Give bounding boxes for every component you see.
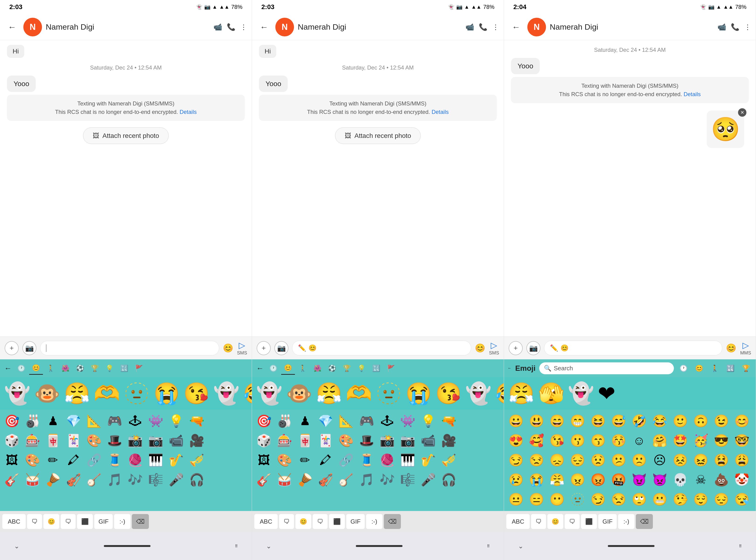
keyboard-back-3[interactable]: ←	[508, 366, 512, 370]
nav-dots-2[interactable]: ⠿	[487, 544, 490, 548]
feat-emoji-3-2[interactable]: 🫶	[344, 381, 374, 406]
ec[interactable]: 😭	[526, 471, 546, 489]
ec[interactable]: 🪕	[84, 471, 104, 489]
people-tab-2[interactable]: 🚶	[296, 362, 310, 375]
smiley-text-btn-1[interactable]: :-)	[114, 514, 131, 529]
ec[interactable]: 😒	[526, 451, 546, 469]
ec[interactable]: 😟	[588, 451, 608, 469]
contact-name-2[interactable]: Namerah Digi	[298, 22, 462, 32]
ec[interactable]: ✏	[295, 451, 315, 469]
emoji-kb-btn-3[interactable]: 😊	[548, 514, 563, 529]
ec[interactable]: 📹	[418, 431, 438, 450]
ec[interactable]: 🖼	[254, 451, 274, 469]
ec[interactable]: 🎵	[357, 471, 377, 489]
feat-emoji-1-2[interactable]: 🐵	[284, 381, 314, 406]
ec[interactable]: 🤥	[670, 490, 690, 509]
people-tab-1[interactable]: 🚶	[44, 362, 58, 375]
ec[interactable]: 🧶	[377, 451, 397, 469]
ec[interactable]: 📷	[145, 431, 166, 450]
nav-dots-1[interactable]: ⠿	[235, 544, 238, 548]
ec[interactable]: 🃏	[316, 431, 336, 450]
text-input-1[interactable]	[40, 341, 219, 355]
ec[interactable]: 😂	[650, 412, 670, 430]
ec[interactable]: 🎧	[187, 471, 207, 489]
phone-icon[interactable]: 📞	[227, 23, 235, 31]
send-btn-3[interactable]: ▷ MMS	[740, 340, 751, 356]
contact-name-1[interactable]: Namerah Digi	[46, 22, 210, 32]
nature-tab-2[interactable]: 🌺	[311, 362, 324, 375]
nav-chevron-3[interactable]: ⌄	[518, 542, 523, 550]
emoji-btn-1[interactable]: 😊	[223, 343, 233, 353]
ec[interactable]: 🧵	[104, 451, 125, 469]
ec[interactable]: 🎯	[254, 412, 274, 430]
ec[interactable]: 🎸	[2, 471, 22, 489]
ec[interactable]: 🕹	[377, 412, 397, 430]
ec[interactable]: 😪	[732, 490, 752, 509]
ec[interactable]: 😢	[506, 471, 526, 489]
ec[interactable]: 😔	[711, 490, 731, 509]
ec[interactable]: 😫	[711, 451, 731, 469]
keyboard-back-1[interactable]: ←	[2, 362, 14, 375]
ec[interactable]: 😘	[547, 431, 567, 450]
recent-tab-2[interactable]: 🕐	[266, 362, 280, 375]
ec[interactable]: 💎	[63, 412, 83, 430]
ec[interactable]: 🎼	[398, 471, 418, 489]
ec[interactable]: 🎸	[254, 471, 274, 489]
ec[interactable]: 😬	[650, 490, 670, 509]
emoji-tab-2[interactable]: 😊	[281, 362, 295, 375]
flags-tab-1[interactable]: 🚩	[132, 362, 146, 375]
ec[interactable]: 🎷	[418, 451, 438, 469]
ec[interactable]: 😏	[588, 490, 608, 509]
ec[interactable]: 🪘	[43, 471, 63, 489]
ec[interactable]: 🥁	[274, 471, 295, 489]
ec[interactable]: 😞	[547, 451, 567, 469]
ec[interactable]: 🤣	[629, 412, 649, 430]
ec[interactable]: 🎳	[274, 412, 295, 430]
ec[interactable]: 😀	[506, 412, 526, 430]
flags-tab-3[interactable]: 🏆	[740, 363, 752, 374]
ec[interactable]: 👾	[398, 412, 418, 430]
ec[interactable]: 🎷	[166, 451, 186, 469]
ec[interactable]: 🖍	[316, 451, 336, 469]
ec[interactable]: 🎲	[254, 431, 274, 450]
nav-chevron-2[interactable]: ⌄	[266, 542, 271, 550]
places-tab-2[interactable]: 🏆	[340, 362, 354, 375]
ec[interactable]: 🙄	[629, 490, 649, 509]
ec[interactable]: 😙	[588, 431, 608, 450]
ec[interactable]: 🤗	[650, 431, 670, 450]
contact-name-3[interactable]: Namerah Digi	[550, 22, 714, 32]
avatar-2[interactable]: N	[275, 18, 294, 36]
ec[interactable]: 🫥	[568, 490, 588, 509]
objects-tab-3[interactable]: 🔣	[724, 363, 736, 374]
ec[interactable]: 📸	[125, 431, 145, 450]
abc-btn-2[interactable]: ABC	[254, 514, 278, 529]
ec[interactable]: 😆	[588, 412, 608, 430]
ec[interactable]: 🎺	[439, 451, 459, 469]
ec[interactable]: 🎼	[145, 471, 166, 489]
ec[interactable]: 😁	[568, 412, 588, 430]
more-icon[interactable]: ⋮	[240, 23, 247, 31]
ec[interactable]: 🎨	[274, 451, 295, 469]
feat-emoji-6-1[interactable]: 😘	[181, 381, 212, 406]
ec[interactable]: 🎨	[336, 431, 356, 450]
emoji-kb-btn-1[interactable]: 😊	[43, 514, 59, 529]
feat-emoji-8-2[interactable]: 😂	[493, 381, 504, 406]
abc-btn-3[interactable]: ABC	[506, 514, 530, 529]
nature-tab-1[interactable]: 🌺	[59, 362, 72, 375]
ec[interactable]: 🀄	[295, 431, 315, 450]
ec[interactable]: 🎩	[357, 431, 377, 450]
ec[interactable]: 🎥	[187, 431, 207, 450]
ec[interactable]: 🧶	[125, 451, 145, 469]
ec[interactable]: 💩	[711, 471, 731, 489]
send-btn-2[interactable]: ▷ SMS	[489, 340, 499, 356]
emoji-btn-2[interactable]: 😊	[475, 343, 485, 353]
ec[interactable]: 😊	[732, 412, 752, 430]
ec[interactable]: 🎲	[2, 431, 22, 450]
ec[interactable]: ☠	[691, 471, 711, 489]
ec[interactable]: 🎩	[104, 431, 125, 450]
ec[interactable]: 🕹	[125, 412, 145, 430]
details-link-1[interactable]: Details	[180, 109, 197, 115]
feat-emoji-0-2[interactable]: 👻	[254, 381, 284, 406]
send-btn-1[interactable]: ▷ SMS	[237, 340, 247, 356]
symbols-tab-2[interactable]: 🔣	[370, 362, 383, 375]
